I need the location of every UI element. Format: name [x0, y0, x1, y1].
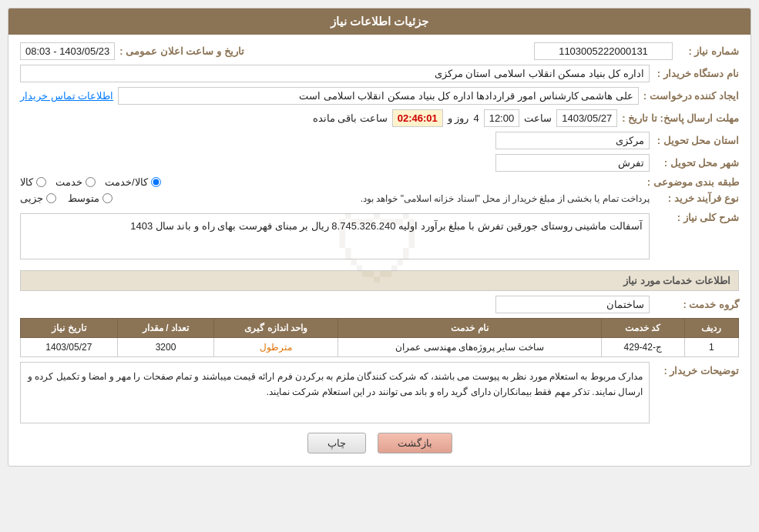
radio-کالا-خدمت-input[interactable] [151, 177, 161, 187]
table-cell: ساخت سایر پروژه‌های مهندسی عمران [338, 338, 601, 357]
col-واحد: واحد اندازه گیری [214, 319, 338, 338]
card-header: جزئیات اطلاعات نیاز [8, 8, 751, 35]
طبقه-label: طبقه بندی موضوعی : [647, 176, 739, 188]
مهلت-ساعت-label: ساعت [524, 112, 552, 124]
گروه-خدمت-label: گروه خدمت : [654, 299, 739, 310]
توضیحات-label: توضیحات خریدار : [654, 362, 739, 376]
radio-کالا-label: کالا [20, 176, 33, 188]
radio-متوسط-label: متوسط [68, 192, 99, 204]
services-table: ردیف کد خدمت نام خدمت واحد اندازه گیری ت… [20, 318, 739, 357]
شهر-row: شهر محل تحویل : تفرش [20, 154, 739, 172]
services-table-head: ردیف کد خدمت نام خدمت واحد اندازه گیری ت… [21, 319, 739, 338]
radio-جزیی[interactable]: جزیی [20, 192, 56, 204]
مهلت-row: مهلت ارسال پاسخ: تا تاریخ : 1403/05/27 س… [20, 109, 739, 127]
buttons-row: بازگشت چاپ [20, 433, 739, 453]
col-کد-خدمت: کد خدمت [601, 319, 684, 338]
گروه-خدمت-value: ساختمان [495, 296, 650, 313]
مهلت-fields: 1403/05/27 ساعت 12:00 4 روز و 02:46:01 س… [20, 109, 617, 127]
دستگاه-value: اداره کل بنیاد مسکن انقلاب اسلامی استان … [20, 65, 650, 82]
table-cell: مترطول [214, 338, 338, 357]
radio-خدمت-input[interactable] [86, 177, 96, 187]
ایجاد-کننده-label: ایجاد کننده درخواست : [643, 90, 739, 102]
شماره-نیاز-group: شماره نیاز : 1103005222000131 [534, 42, 739, 60]
services-table-body: 1ج-42-429ساخت سایر پروژه‌های مهندسی عمرا… [21, 338, 739, 357]
table-cell: ج-42-429 [601, 338, 684, 357]
radio-جزیی-label: جزیی [20, 192, 43, 204]
شرح-row: شرح کلی نیاز : آسفالت ماشینی روستای جورق… [20, 209, 739, 264]
مهلت-ساعت-value: 12:00 [484, 109, 520, 127]
توضیحات-value: مدارک مربوط به استعلام مورد نظر به پیوست… [20, 362, 650, 423]
اطلاعات-تماس-link[interactable]: اطلاعات تماس خریدار [20, 90, 113, 102]
فرآیند-row: نوع فرآیند خرید : پرداخت تمام یا بخشی از… [20, 192, 739, 204]
مهلت-label: مهلت ارسال پاسخ: تا تاریخ : [622, 112, 739, 124]
توضیحات-row: توضیحات خریدار : مدارک مربوط به استعلام … [20, 362, 739, 423]
مهلت-countdown: 02:46:01 [392, 109, 443, 127]
طبقه-row: طبقه بندی موضوعی : کالا/خدمت خدمت کالا [20, 176, 739, 188]
ایجاد-کننده-content: علی هاشمی کارشناس امور قراردادها اداره ک… [20, 87, 639, 105]
table-cell: 3200 [117, 338, 214, 357]
services-section-title: اطلاعات خدمات مورد نیاز [20, 270, 739, 291]
شرح-label: شرح کلی نیاز : [654, 209, 739, 223]
مهلت-روز-value: 4 [473, 112, 479, 124]
گروه-خدمت-row: گروه خدمت : ساختمان [20, 296, 739, 313]
table-cell: 1403/05/27 [21, 338, 118, 357]
استان-label: استان محل تحویل : [654, 135, 739, 146]
table-row: 1ج-42-429ساخت سایر پروژه‌های مهندسی عمرا… [21, 338, 739, 357]
col-تعداد: تعداد / مقدار [117, 319, 214, 338]
radio-متوسط-input[interactable] [102, 193, 113, 203]
دستگاه-label: نام دستگاه خریدار : [654, 68, 739, 79]
استان-value: مرکزی [495, 132, 650, 149]
radio-کالا-input[interactable] [36, 177, 46, 187]
شماره-نیاز-value: 1103005222000131 [534, 42, 673, 60]
تاریخ-ساعت-label: تاریخ و ساعت اعلان عمومی : [119, 45, 243, 57]
radio-کالا-خدمت[interactable]: کالا/خدمت [105, 176, 161, 188]
process-options: پرداخت تمام یا بخشی از مبلغ خریدار از مح… [20, 192, 650, 204]
col-ردیف: ردیف [684, 319, 738, 338]
مهلت-روز-label: روز و [448, 112, 469, 124]
radio-متوسط[interactable]: متوسط [68, 192, 113, 204]
process-note: پرداخت تمام یا بخشی از مبلغ خریدار از مح… [124, 193, 650, 204]
main-card: جزئیات اطلاعات نیاز 🛡 شماره نیاز : 11030… [8, 8, 751, 467]
ایجاد-کننده-row: ایجاد کننده درخواست : علی هاشمی کارشناس … [20, 87, 739, 105]
card-body: 🛡 شماره نیاز : 1103005222000131 تاریخ و … [8, 35, 751, 466]
radio-کالا[interactable]: کالا [20, 176, 46, 188]
col-تاریخ: تاریخ نیاز [21, 319, 118, 338]
استان-row: استان محل تحویل : مرکزی [20, 132, 739, 149]
radio-خدمت-label: خدمت [55, 176, 82, 188]
تاریخ-ساعت-group: تاریخ و ساعت اعلان عمومی : 1403/05/23 - … [20, 42, 244, 60]
ایجاد-کننده-value: علی هاشمی کارشناس امور قراردادها اداره ک… [118, 87, 639, 105]
top-info-row: شماره نیاز : 1103005222000131 تاریخ و سا… [20, 42, 739, 60]
print-button[interactable]: چاپ [307, 433, 366, 453]
radio-کالا-خدمت-label: کالا/خدمت [105, 176, 148, 188]
page-title: جزئیات اطلاعات نیاز [331, 15, 428, 28]
شهر-value: تفرش [495, 154, 650, 172]
شرح-value: آسفالت ماشینی روستای جورقین تفرش با مبلغ… [20, 213, 650, 259]
radio-خدمت[interactable]: خدمت [55, 176, 96, 188]
شماره-نیاز-label: شماره نیاز : [677, 45, 739, 57]
فرآیند-label: نوع فرآیند خرید : [654, 192, 739, 204]
services-table-header-row: ردیف کد خدمت نام خدمت واحد اندازه گیری ت… [21, 319, 739, 338]
طبقه-radio-group: کالا/خدمت خدمت کالا [20, 176, 643, 188]
back-button[interactable]: بازگشت [378, 433, 452, 453]
شهر-label: شهر محل تحویل : [654, 157, 739, 169]
مهلت-date: 1403/05/27 [556, 109, 617, 127]
table-cell: 1 [684, 338, 738, 357]
مهلت-مانده-label: ساعت باقی مانده [313, 112, 388, 124]
col-نام-خدمت: نام خدمت [338, 319, 601, 338]
page-wrapper: جزئیات اطلاعات نیاز 🛡 شماره نیاز : 11030… [0, 0, 759, 532]
دستگاه-row: نام دستگاه خریدار : اداره کل بنیاد مسکن … [20, 65, 739, 82]
radio-جزیی-input[interactable] [46, 193, 56, 203]
تاریخ-value: 1403/05/23 - 08:03 [20, 42, 115, 60]
